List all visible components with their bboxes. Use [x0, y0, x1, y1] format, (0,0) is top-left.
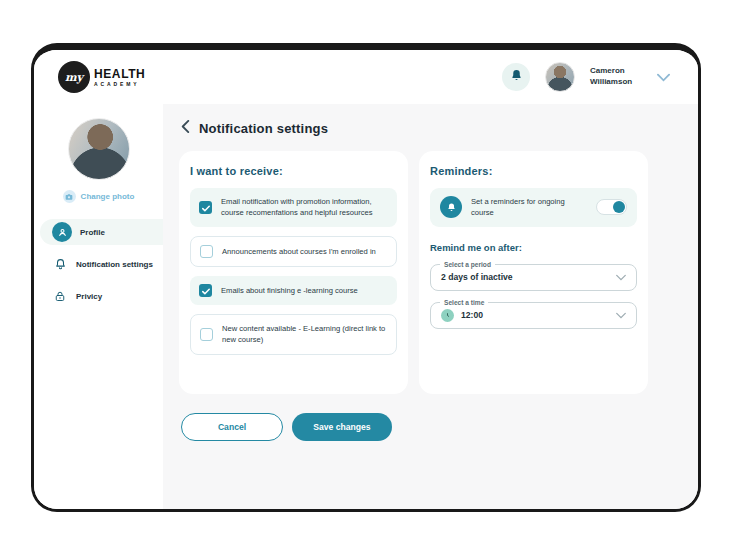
remind-me-heading: Remind me on after: — [430, 242, 637, 253]
settings-cards: I want to receive: Email notification wi… — [179, 151, 678, 394]
logo-monogram: my — [58, 61, 90, 93]
logo-line2: ACADEMY — [94, 82, 145, 87]
profile-photo — [68, 118, 130, 180]
chevron-down-icon — [616, 312, 626, 319]
sidebar-item-label: Privicy — [76, 292, 102, 301]
change-photo-button[interactable]: Change photo — [34, 190, 163, 203]
reminder-toggle-label: Set a reminders for ongoing course — [471, 196, 587, 219]
option-label: Emails about finishing e -learning cours… — [221, 285, 358, 296]
receive-card: I want to receive: Email notification wi… — [179, 151, 408, 394]
bell-icon — [440, 196, 462, 218]
sidebar-item-profile[interactable]: Profile — [40, 219, 163, 245]
bell-icon — [52, 258, 68, 271]
time-select[interactable]: Select a time 12:00 — [430, 302, 637, 329]
sidebar-menu: Profile Notification settings Privicy — [34, 219, 163, 309]
reminders-toggle[interactable] — [596, 199, 627, 215]
camera-icon — [63, 190, 76, 203]
user-menu-button[interactable] — [657, 70, 670, 85]
page: my HEALTH ACADEMY Cameron Williamson — [0, 0, 732, 555]
reminders-card: Reminders: Set a reminders for ongoing c… — [419, 151, 648, 394]
main-panel: Notification settings I want to receive: — [163, 104, 698, 509]
back-button[interactable] — [181, 120, 190, 136]
save-changes-button[interactable]: Save changes — [292, 413, 392, 441]
time-select-label: Select a time — [440, 299, 488, 306]
cancel-button[interactable]: Cancel — [181, 413, 283, 441]
page-header: Notification settings — [179, 120, 678, 136]
time-select-value: 12:00 — [461, 310, 483, 320]
user-name: Cameron Williamson — [590, 66, 642, 88]
option-new-content[interactable]: New content available - E-Learning (dire… — [190, 314, 397, 355]
sidebar-item-label: Notification settings — [76, 260, 153, 269]
option-label: Email notification with promotion inform… — [221, 196, 388, 219]
logo-line1: HEALTH — [94, 68, 145, 80]
clock-icon — [441, 309, 454, 322]
option-announcements[interactable]: Announcements about courses I'm enrolled… — [190, 236, 397, 267]
period-select-label: Select a period — [440, 261, 495, 268]
user-avatar[interactable] — [545, 62, 575, 92]
option-label: New content available - E-Learning (dire… — [222, 323, 387, 346]
receive-heading: I want to receive: — [190, 165, 397, 177]
content-area: Change photo Profile Notification settin… — [34, 104, 698, 509]
bell-icon — [510, 69, 523, 85]
notifications-button[interactable] — [502, 63, 530, 91]
reminder-toggle-row: Set a reminders for ongoing course — [430, 188, 637, 227]
checkbox-checked[interactable] — [199, 201, 212, 214]
toggle-knob — [613, 201, 625, 213]
form-actions: Cancel Save changes — [179, 413, 678, 441]
option-email-promotions[interactable]: Email notification with promotion inform… — [190, 188, 397, 227]
reminders-heading: Reminders: — [430, 165, 637, 177]
check-icon — [202, 281, 210, 299]
app-window: my HEALTH ACADEMY Cameron Williamson — [31, 43, 701, 512]
checkbox-unchecked[interactable] — [200, 328, 213, 341]
app-logo: my HEALTH ACADEMY — [58, 61, 145, 93]
chevron-down-icon — [657, 70, 670, 85]
option-label: Announcements about courses I'm enrolled… — [222, 246, 376, 257]
checkbox-unchecked[interactable] — [200, 245, 213, 258]
chevron-down-icon — [616, 274, 626, 281]
period-select-value: 2 days of inactive — [441, 272, 513, 282]
change-photo-label: Change photo — [81, 192, 135, 201]
page-title: Notification settings — [199, 121, 328, 136]
sidebar-item-label: Profile — [80, 228, 105, 237]
lock-icon — [52, 290, 68, 303]
checkbox-checked[interactable] — [199, 284, 212, 297]
period-select[interactable]: Select a period 2 days of inactive — [430, 264, 637, 291]
user-icon — [52, 222, 72, 242]
check-icon — [202, 198, 210, 216]
option-finishing-course[interactable]: Emails about finishing e -learning cours… — [190, 276, 397, 305]
sidebar-item-notification-settings[interactable]: Notification settings — [40, 251, 163, 277]
sidebar-item-privicy[interactable]: Privicy — [40, 283, 163, 309]
sidebar: Change photo Profile Notification settin… — [34, 104, 163, 509]
top-right-controls: Cameron Williamson — [502, 62, 670, 92]
top-bar: my HEALTH ACADEMY Cameron Williamson — [34, 50, 698, 104]
chevron-left-icon — [181, 120, 190, 136]
